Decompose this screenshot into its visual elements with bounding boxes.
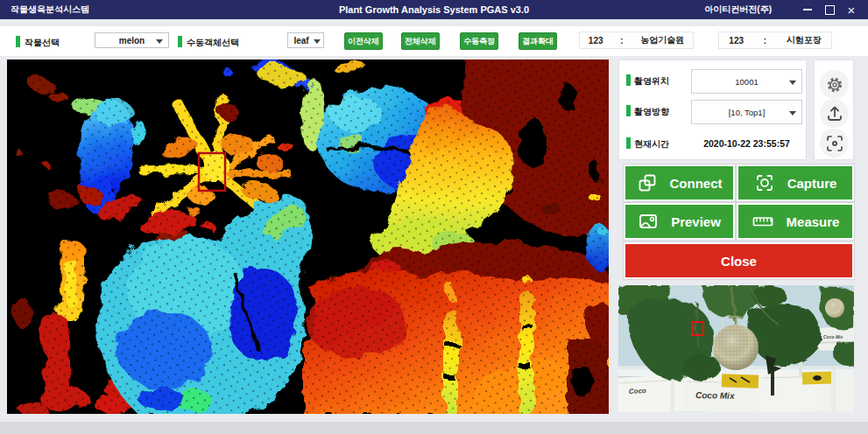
connect-button[interactable]: Connect bbox=[624, 164, 735, 201]
org-code: 123 bbox=[589, 36, 603, 46]
chevron-down-icon bbox=[789, 111, 796, 116]
maximize-icon bbox=[825, 5, 835, 15]
chevron-down-icon bbox=[789, 80, 796, 85]
delete-all-button[interactable]: 전체삭제 bbox=[401, 32, 440, 50]
object-select-label: 수동객체선택 bbox=[187, 37, 239, 49]
minimize-button[interactable] bbox=[798, 0, 817, 19]
crop-select-dropdown[interactable]: melon bbox=[95, 32, 169, 48]
titlebar: 작물생육분석시스템 Plant Growth Analysis System P… bbox=[0, 0, 868, 19]
preview-label: Preview bbox=[671, 214, 721, 229]
site-code-box: 123 : 시험포장 bbox=[718, 32, 832, 49]
connect-icon bbox=[637, 172, 658, 193]
gear-icon bbox=[825, 75, 844, 94]
green-indicator bbox=[626, 74, 631, 86]
minimize-icon bbox=[803, 9, 812, 10]
measure-label: Measure bbox=[787, 214, 840, 229]
depth-map-image[interactable] bbox=[7, 60, 609, 414]
green-indicator bbox=[16, 36, 20, 47]
settings-button[interactable] bbox=[820, 70, 849, 99]
focus-center-icon bbox=[825, 134, 844, 153]
position-label: 촬영위치 bbox=[634, 75, 669, 88]
zoom-result-button[interactable]: 결과확대 bbox=[519, 32, 557, 50]
measure-button[interactable]: Measure bbox=[737, 203, 854, 240]
close-icon: × bbox=[848, 4, 856, 17]
bag-text-center: Coco Mix bbox=[695, 390, 735, 401]
reference-photo: Coco Coco Mix Coco Mix bbox=[618, 285, 854, 412]
close-window-button[interactable]: × bbox=[842, 0, 861, 19]
close-button[interactable]: Close bbox=[624, 242, 854, 279]
green-indicator bbox=[626, 137, 631, 149]
upload-button[interactable] bbox=[820, 99, 849, 128]
position-value: 10001 bbox=[735, 77, 758, 87]
object-select-dropdown[interactable]: leaf bbox=[287, 32, 324, 48]
crop-select-value: melon bbox=[119, 36, 145, 46]
position-dropdown[interactable]: 10001 bbox=[691, 69, 802, 94]
preview-button[interactable]: Preview bbox=[624, 203, 735, 240]
close-label: Close bbox=[721, 254, 757, 269]
bottom-strip bbox=[0, 422, 868, 434]
ruler-icon bbox=[752, 211, 774, 232]
upload-icon bbox=[825, 104, 844, 123]
crop-select-label: 작물선택 bbox=[25, 37, 60, 49]
org-name: 농업기술원 bbox=[640, 34, 684, 46]
maximize-button[interactable] bbox=[820, 0, 839, 19]
toolbar: 작물선택 melon 수동객체선택 leaf 이전삭제 전체삭제 수동측정 결과… bbox=[0, 26, 868, 56]
site-name: 시험포장 bbox=[787, 34, 822, 46]
bag-text-left: Coco bbox=[629, 387, 647, 396]
org-code-box: 123 : 농업기술원 bbox=[579, 32, 694, 49]
chevron-down-icon bbox=[314, 39, 321, 44]
time-label: 현재시간 bbox=[634, 138, 669, 150]
bag-text-right: Coco Mix bbox=[823, 334, 843, 340]
focus-center-button[interactable] bbox=[820, 129, 849, 158]
capture-settings-panel: 촬영위치 10001 촬영방향 [10, Top1] 현재시간 2020-10-… bbox=[618, 60, 807, 160]
site-separator: : bbox=[764, 36, 766, 46]
connect-label: Connect bbox=[670, 176, 723, 191]
company-name: 아이티컨버전(주) bbox=[704, 4, 772, 16]
capture-button[interactable]: Capture bbox=[737, 164, 854, 201]
preview-icon bbox=[638, 211, 659, 232]
chevron-down-icon bbox=[156, 39, 163, 44]
direction-dropdown[interactable]: [10, Top1] bbox=[691, 100, 802, 124]
capture-label: Capture bbox=[787, 176, 837, 191]
green-indicator bbox=[178, 36, 182, 47]
direction-label: 촬영방향 bbox=[634, 106, 669, 118]
org-separator: : bbox=[620, 36, 623, 46]
delete-previous-button[interactable]: 이전삭제 bbox=[344, 32, 383, 50]
capture-icon bbox=[754, 172, 775, 193]
app-window: 작물생육분석시스템 Plant Growth Analysis System P… bbox=[0, 0, 868, 434]
current-time-value: 2020-10-22 23:55:57 bbox=[691, 138, 802, 149]
tool-icon-panel bbox=[814, 60, 854, 160]
manual-measure-button[interactable]: 수동측정 bbox=[460, 32, 498, 50]
object-select-value: leaf bbox=[293, 36, 308, 46]
direction-value: [10, Top1] bbox=[729, 108, 766, 117]
green-indicator bbox=[626, 105, 631, 116]
site-code: 123 bbox=[729, 36, 744, 46]
